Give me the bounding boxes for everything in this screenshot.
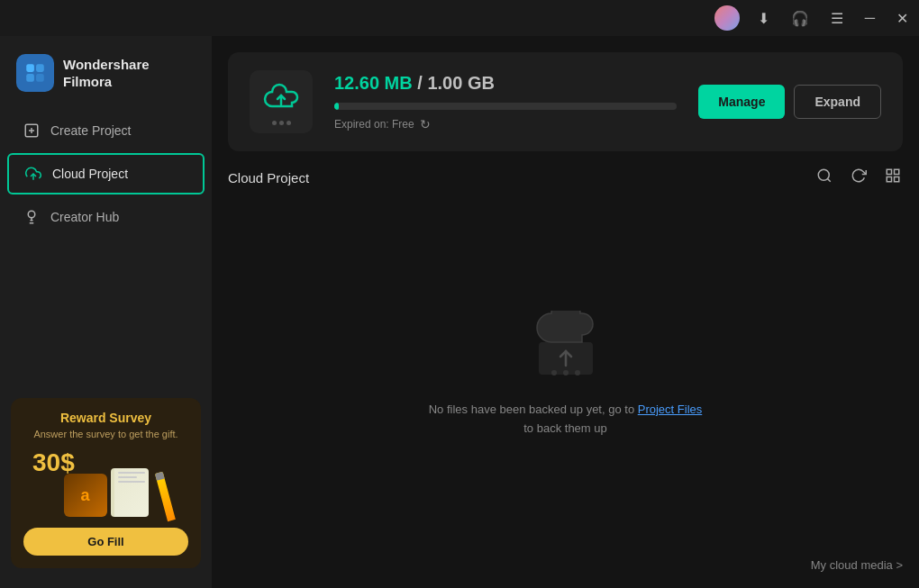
svg-rect-15 (887, 177, 891, 182)
svg-point-8 (28, 211, 35, 218)
storage-size: 12.60 MB / 1.00 GB (334, 73, 677, 94)
sidebar-item-create-project[interactable]: Create Project (7, 112, 205, 149)
search-button[interactable] (814, 166, 834, 190)
svg-rect-16 (895, 177, 899, 182)
empty-state: No files have been backed up yet, go to … (228, 204, 903, 544)
svg-rect-1 (36, 64, 44, 72)
svg-rect-2 (26, 74, 34, 82)
svg-point-11 (818, 169, 829, 180)
minimize-button[interactable]: ─ (861, 8, 878, 28)
reward-survey-card: Reward Survey Answer the survey to get t… (11, 398, 201, 568)
sidebar-item-label: Creator Hub (50, 210, 119, 224)
storage-expired-label: Expired on: Free ↻ (334, 117, 677, 131)
amazon-box-icon: a (64, 474, 107, 517)
lightbulb-icon (23, 209, 40, 225)
svg-rect-3 (36, 74, 44, 82)
svg-rect-14 (895, 169, 899, 174)
sidebar-item-cloud-project[interactable]: Cloud Project (7, 153, 205, 194)
svg-rect-0 (26, 64, 34, 72)
my-cloud-media-link[interactable]: My cloud media > (811, 558, 903, 572)
cloud-project-header: Cloud Project (228, 166, 903, 190)
storage-info: 12.60 MB / 1.00 GB Expired on: Free ↻ (334, 73, 677, 131)
sidebar-item-label: Create Project (50, 123, 131, 138)
storage-buttons: Manage Expand (698, 85, 881, 119)
svg-rect-13 (887, 169, 891, 174)
plus-square-icon (23, 122, 40, 139)
go-fill-button[interactable]: Go Fill (23, 528, 188, 556)
sidebar: Wondershare Filmora Create Project Cloud… (0, 36, 212, 588)
headset-icon[interactable]: 🎧 (787, 8, 813, 29)
app-logo: Wondershare Filmora (0, 45, 212, 110)
app-logo-icon (16, 54, 54, 92)
svg-point-19 (551, 370, 557, 375)
user-avatar-icon[interactable] (714, 5, 740, 31)
storage-card: 12.60 MB / 1.00 GB Expired on: Free ↻ Ma… (228, 52, 903, 151)
reward-title: Reward Survey (23, 411, 188, 425)
refresh-icon (851, 167, 867, 184)
empty-cloud-icon (530, 311, 602, 386)
title-bar: ⬇ 🎧 ☰ ─ ✕ (0, 0, 919, 36)
refresh-icon[interactable]: ↻ (420, 117, 431, 131)
close-button[interactable]: ✕ (893, 8, 912, 29)
hamburger-icon[interactable]: ☰ (827, 8, 847, 29)
grid-view-button[interactable] (883, 166, 903, 190)
empty-text: No files have been backed up yet, go to … (429, 401, 703, 439)
main-layout: Wondershare Filmora Create Project Cloud… (0, 36, 919, 588)
refresh-button[interactable] (849, 166, 869, 190)
notepad-icon (111, 468, 149, 517)
storage-total: / 1.00 GB (417, 73, 495, 93)
pencil-icon (155, 472, 176, 521)
reward-image: 30$ a (23, 448, 188, 520)
storage-bar-fill (334, 103, 339, 110)
download-icon[interactable]: ⬇ (754, 8, 773, 29)
reward-amount: 30$ (32, 448, 75, 477)
svg-point-20 (563, 370, 569, 375)
reward-subtitle: Answer the survey to get the gift. (23, 429, 188, 439)
cloud-upload-icon (25, 166, 41, 182)
empty-state-cloud-icon (530, 311, 602, 383)
storage-used: 12.60 MB (334, 73, 413, 93)
main-content: 12.60 MB / 1.00 GB Expired on: Free ↻ Ma… (212, 36, 919, 588)
cloud-dots (272, 121, 291, 125)
grid-icon (885, 167, 901, 184)
svg-point-21 (575, 370, 580, 375)
svg-line-12 (827, 178, 830, 181)
app-name: Wondershare Filmora (63, 56, 150, 91)
cloud-icon (263, 79, 299, 115)
sidebar-item-creator-hub[interactable]: Creator Hub (7, 198, 205, 236)
manage-button[interactable]: Manage (698, 85, 785, 119)
storage-bar-track (334, 103, 677, 110)
section-title: Cloud Project (228, 170, 309, 185)
section-tools (814, 166, 903, 190)
content-footer: My cloud media > (228, 558, 903, 572)
search-icon (816, 167, 833, 184)
sidebar-bottom: Reward Survey Answer the survey to get t… (0, 387, 212, 579)
project-files-link[interactable]: Project Files (638, 403, 703, 416)
cloud-storage-icon (250, 70, 313, 133)
sidebar-item-label: Cloud Project (52, 167, 128, 181)
expand-button[interactable]: Expand (794, 85, 881, 119)
